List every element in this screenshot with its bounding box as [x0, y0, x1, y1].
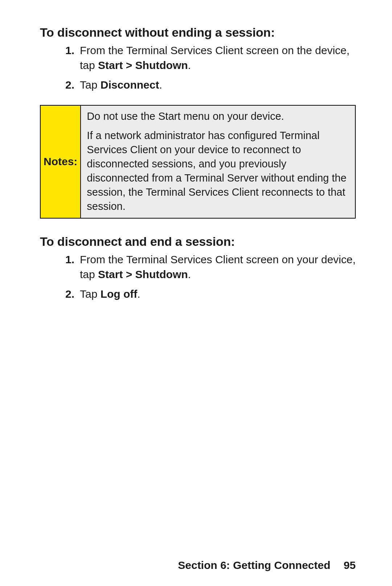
steps-list-2: 1. From the Terminal Services Client scr… [40, 252, 356, 302]
footer-page-number: 95 [344, 559, 356, 571]
page-content: To disconnect without ending a session: … [0, 0, 392, 302]
page-footer: Section 6: Getting Connected 95 [178, 559, 356, 571]
step-1-1: 1. From the Terminal Services Client scr… [65, 43, 356, 73]
step-number: 2. [65, 287, 74, 302]
step-text-bold: Log off [101, 288, 138, 300]
step-2-1: 1. From the Terminal Services Client scr… [65, 252, 356, 282]
step-text-pre: Tap [80, 288, 101, 300]
step-1-2: 2. Tap Disconnect. [65, 78, 356, 93]
steps-list-1: 1. From the Terminal Services Client scr… [40, 43, 356, 93]
notes-body: Do not use the Start menu on your device… [81, 106, 355, 218]
footer-section-label: Section 6: Getting Connected [178, 559, 330, 571]
heading-disconnect-without-ending: To disconnect without ending a session: [40, 25, 356, 40]
notes-label: Notes: [41, 106, 81, 218]
step-number: 2. [65, 78, 74, 93]
step-number: 1. [65, 43, 74, 58]
step-text-bold: Disconnect [101, 79, 159, 91]
notes-paragraph-2: If a network administrator has configure… [87, 129, 348, 214]
step-text-post: . [137, 288, 140, 300]
step-text-bold: Start > Shutdown [98, 59, 188, 71]
step-text-pre: Tap [80, 79, 101, 91]
step-text-post: . [159, 79, 162, 91]
step-text-post: . [188, 268, 191, 280]
step-number: 1. [65, 252, 74, 267]
notes-callout: Notes: Do not use the Start menu on your… [40, 105, 356, 219]
heading-disconnect-and-end: To disconnect and end a session: [40, 235, 356, 249]
notes-paragraph-1: Do not use the Start menu on your device… [87, 109, 348, 123]
step-text-post: . [188, 59, 191, 71]
step-text-bold: Start > Shutdown [98, 268, 188, 280]
step-2-2: 2. Tap Log off. [65, 287, 356, 302]
